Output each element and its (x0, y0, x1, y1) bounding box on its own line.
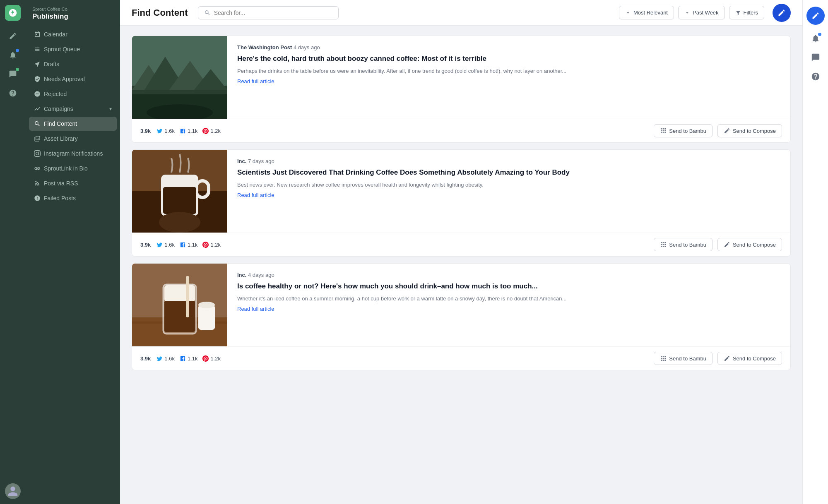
send-to-bambu-label-3: Send to Bambu (669, 355, 706, 362)
right-messages-icon (811, 53, 820, 62)
chevron-down-icon-2 (684, 10, 690, 16)
article-meta-3: Inc. 4 days ago (237, 272, 780, 278)
sidebar-item-campaigns[interactable]: Campaigns ▾ (29, 102, 117, 116)
article-image-svg-1 (132, 36, 227, 119)
asset-icon (34, 135, 41, 142)
sidebar-item-needs-approval[interactable]: Needs Approval (29, 72, 117, 86)
sidebar-item-drafts-label: Drafts (44, 61, 59, 67)
sidebar-item-sproutlink[interactable]: SproutLink in Bio (29, 161, 117, 175)
search-input[interactable] (214, 10, 332, 16)
sidebar-item-find-content-label: Find Content (44, 120, 77, 127)
article-actions-1: Send to Bambu Send to Compose (654, 124, 782, 137)
right-rail-compose-button[interactable] (806, 7, 825, 25)
rail-icon-notifications[interactable] (4, 46, 22, 64)
read-full-article-3[interactable]: Read full article (237, 306, 780, 312)
article-title-2: Scientists Just Discovered That Drinking… (237, 168, 780, 178)
pinterest-count-3: 1.2k (210, 355, 221, 362)
article-meta-1: The Washington Post 4 days ago (237, 44, 780, 50)
send-to-compose-label-1: Send to Compose (733, 128, 776, 134)
icon-rail (0, 0, 26, 504)
approval-icon (34, 76, 41, 82)
article-card-1: The Washington Post 4 days ago Here's th… (132, 36, 791, 143)
twitter-stat-3: 1.6k (156, 355, 175, 362)
send-to-compose-button-1[interactable]: Send to Compose (717, 124, 782, 137)
sidebar-item-failed-posts[interactable]: Failed Posts (29, 191, 117, 205)
twitter-count-1: 1.6k (164, 128, 175, 134)
send-to-compose-button-3[interactable]: Send to Compose (717, 352, 782, 365)
send-to-compose-button-2[interactable]: Send to Compose (717, 238, 782, 251)
search-bar[interactable] (198, 6, 339, 19)
article-source-2: Inc. (237, 158, 246, 164)
right-rail-help[interactable] (807, 68, 824, 85)
article-excerpt-3: Whether it's an iced coffee on a summer … (237, 295, 780, 303)
sidebar-item-sprout-queue[interactable]: Sprout Queue (29, 42, 117, 56)
pinterest-stat-3: 1.2k (202, 355, 221, 362)
campaigns-icon (34, 106, 41, 112)
right-rail-messages[interactable] (807, 49, 824, 66)
drafts-icon (34, 61, 41, 67)
sidebar-item-drafts[interactable]: Drafts (29, 57, 117, 71)
send-to-bambu-label-1: Send to Bambu (669, 128, 706, 134)
facebook-stat-1: 1.1k (180, 128, 198, 134)
compose-action-icon-3 (724, 355, 730, 362)
pinterest-count-2: 1.2k (210, 242, 221, 248)
sidebar-item-campaigns-label: Campaigns (44, 106, 73, 112)
past-week-filter[interactable]: Past Week (678, 6, 725, 19)
article-source-3: Inc. (237, 272, 246, 278)
section-title: Publishing (32, 12, 113, 21)
company-name: Sprout Coffee Co. (32, 7, 113, 12)
article-card-2: Inc. 7 days ago Scientists Just Discover… (132, 149, 791, 257)
rail-icon-help[interactable] (4, 84, 22, 102)
article-actions-2: Send to Bambu Send to Compose (654, 238, 782, 251)
pinterest-icon-3 (202, 355, 209, 362)
pinterest-count-1: 1.2k (210, 128, 221, 134)
compose-action-icon-1 (724, 127, 730, 134)
sidebar-item-post-via-rss-label: Post via RSS (44, 180, 78, 187)
article-excerpt-2: Best news ever. New research show coffee… (237, 181, 780, 189)
article-content-1: The Washington Post 4 days ago Here's th… (227, 36, 790, 119)
send-to-compose-label-2: Send to Compose (733, 242, 776, 248)
sidebar-item-rejected[interactable]: Rejected (29, 87, 117, 101)
main-area: Find Content Most Relevant Past Week Fil… (120, 0, 802, 504)
most-relevant-label: Most Relevant (633, 10, 668, 16)
facebook-icon-2 (180, 242, 186, 248)
svg-rect-19 (164, 301, 195, 332)
filters-button[interactable]: Filters (729, 6, 764, 19)
read-full-article-2[interactable]: Read full article (237, 192, 780, 198)
sidebar-item-calendar[interactable]: Calendar (29, 27, 117, 41)
article-card-3: Inc. 4 days ago Is coffee healthy or not… (132, 263, 791, 370)
sidebar-item-find-content[interactable]: Find Content (29, 117, 117, 131)
rail-icon-messages[interactable] (4, 65, 22, 83)
sidebar-item-post-via-rss[interactable]: Post via RSS (29, 176, 117, 190)
filters-label: Filters (744, 10, 758, 16)
send-to-bambu-button-2[interactable]: Send to Bambu (654, 238, 712, 251)
total-stat-2: 3.9k (140, 242, 151, 248)
article-image-svg-2 (132, 150, 227, 233)
article-time-3: 4 days ago (248, 272, 274, 278)
article-actions-3: Send to Bambu Send to Compose (654, 352, 782, 365)
sidebar-item-instagram-notifications-label: Instagram Notifications (44, 150, 103, 157)
most-relevant-filter[interactable]: Most Relevant (619, 6, 674, 19)
user-avatar[interactable] (5, 483, 21, 499)
right-rail-notifications[interactable] (807, 30, 824, 47)
article-meta-2: Inc. 7 days ago (237, 158, 780, 164)
article-title-3: Is coffee healthy or not? Here's how muc… (237, 281, 780, 291)
sidebar-item-asset-library[interactable]: Asset Library (29, 132, 117, 146)
send-to-bambu-button-1[interactable]: Send to Bambu (654, 124, 712, 137)
twitter-stat-1: 1.6k (156, 128, 175, 134)
twitter-icon-2 (156, 242, 163, 248)
brand-logo (5, 5, 21, 21)
send-to-bambu-button-3[interactable]: Send to Bambu (654, 352, 712, 365)
sidebar-item-instagram-notifications[interactable]: Instagram Notifications (29, 146, 117, 161)
compose-button[interactable] (773, 4, 791, 22)
twitter-count-2: 1.6k (164, 242, 175, 248)
right-rail (802, 0, 828, 504)
facebook-stat-3: 1.1k (180, 355, 198, 362)
right-notifications-badge (818, 33, 821, 36)
twitter-count-3: 1.6k (164, 355, 175, 362)
read-full-article-1[interactable]: Read full article (237, 78, 780, 84)
sidebar: Sprout Coffee Co. Publishing Calendar Sp… (26, 0, 120, 504)
rail-icon-compose[interactable] (4, 27, 22, 45)
facebook-count-3: 1.1k (188, 355, 198, 362)
topbar: Find Content Most Relevant Past Week Fil… (120, 0, 802, 26)
